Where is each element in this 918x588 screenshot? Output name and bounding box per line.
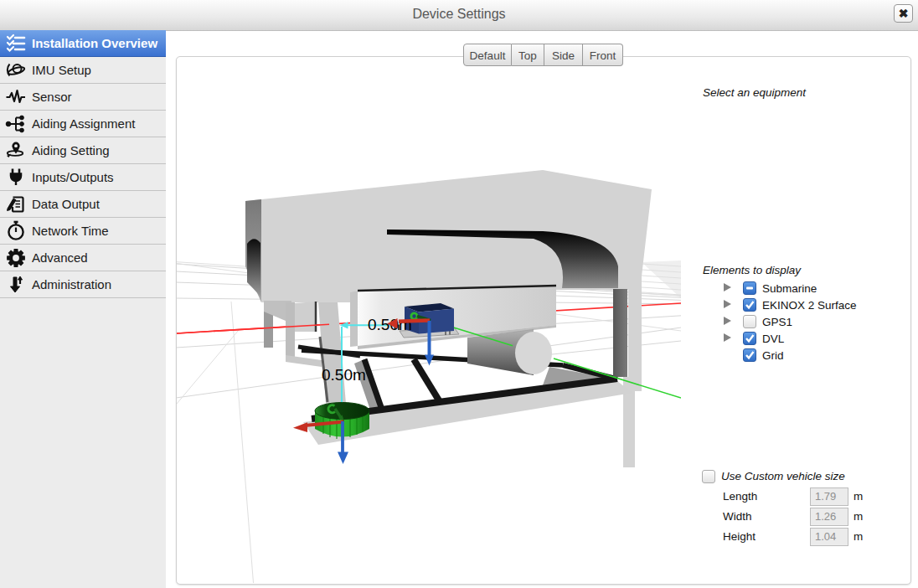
svg-text:0.50m: 0.50m <box>322 366 366 384</box>
